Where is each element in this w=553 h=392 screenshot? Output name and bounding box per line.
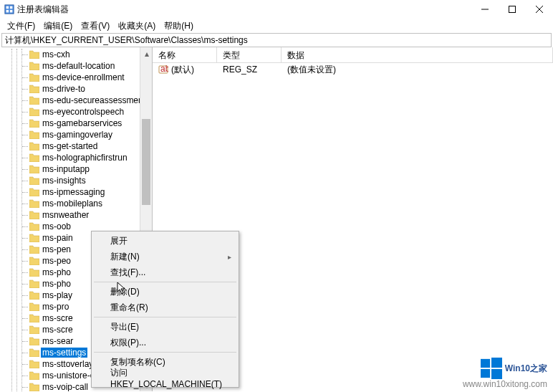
column-type[interactable]: 类型 [217,47,282,62]
svg-rect-1 [6,6,9,9]
tree-node[interactable]: ms-eyecontrolspeech [22,106,152,118]
minimize-button[interactable] [471,0,499,19]
tree-node-label: ms-voip-call [41,382,90,391]
string-value-icon: ab [158,64,168,75]
tree-node-label: ms-get-started [41,141,99,151]
context-menu-item[interactable]: 查找(F)... [93,264,237,280]
tree-node[interactable]: ms-default-location [22,60,152,72]
context-menu-item[interactable]: 访问 HKEY_LOCAL_MACHINE(T) [93,370,237,386]
tree-node-label: ms-eyecontrolspeech [41,107,125,117]
context-separator [94,352,236,353]
context-item-label: 访问 HKEY_LOCAL_MACHINE(T) [110,367,237,389]
folder-icon [29,153,39,162]
svg-rect-6 [509,6,516,13]
tree-node[interactable]: ms-gamebarservices [22,118,152,129]
tree-node-label: ms-pain [41,233,74,243]
tree-node-label: ms-insights [41,176,87,186]
tree-node-label: ms-gamebarservices [41,118,123,128]
values-header: 名称 类型 数据 [153,47,553,63]
context-menu-item[interactable]: 新建(N) [93,249,237,264]
tree-node-label: ms-gamingoverlay [41,130,114,140]
tree-node[interactable]: ms-edu-secureassessment [22,95,152,106]
tree-node[interactable]: ms-get-started [22,140,152,152]
folder-icon [29,96,39,105]
tree-node[interactable]: ms-gamingoverlay [22,129,152,140]
tree-node-label: ms-pho [41,279,72,289]
tree-node-label: ms-inputapp [41,164,91,174]
context-item-label: 权限(P)... [110,337,146,349]
folder-icon [29,257,39,265]
context-separator [94,317,236,317]
context-item-label: 展开 [110,235,128,247]
tree-node[interactable]: ms-drive-to [22,83,152,95]
windows-logo-icon [481,358,502,379]
folder-icon [29,188,39,196]
value-type: REG_SZ [217,64,282,75]
column-name[interactable]: 名称 [153,47,217,62]
close-button[interactable] [526,0,553,19]
svg-rect-13 [481,369,490,378]
folder-icon [29,314,39,322]
tree-node-label: ms-sear [41,336,74,346]
tree-node[interactable]: ms-inputapp [22,163,152,175]
maximize-button[interactable] [499,0,526,19]
folder-icon [29,119,39,128]
menu-help[interactable]: 帮助(H) [160,19,198,34]
tree-node-label: ms-peo [41,256,72,266]
tree-node[interactable]: ms-cxh [22,49,152,60]
tree-node[interactable]: msnweather [22,209,152,221]
tree-node-label: ms-mobileplans [41,199,104,209]
folder-icon [29,211,39,219]
title-bar: 注册表编辑器 [0,0,553,19]
column-data[interactable]: 数据 [282,47,553,62]
tree-node[interactable]: ms-ipmessaging [22,186,152,198]
folder-icon [29,199,39,208]
tree-node-label: ms-pen [41,244,72,254]
tree-node-label: ms-edu-secureassessment [41,95,147,105]
svg-rect-2 [10,6,13,9]
folder-icon [29,279,39,288]
tree-node-label: ms-scre [41,325,74,335]
folder-icon [29,268,39,277]
tree-node-label: ms-pro [41,302,70,312]
watermark: Win10之家 www.win10xitong.com [463,358,547,389]
context-menu-item[interactable]: 展开 [93,233,237,249]
value-data: (数值未设置) [282,64,553,76]
svg-rect-3 [6,10,9,13]
menu-bar: 文件(F) 编辑(E) 查看(V) 收藏夹(A) 帮助(H) [0,19,553,33]
folder-icon [29,85,39,93]
folder-icon [29,62,39,70]
tree-node[interactable]: ms-mobileplans [22,198,152,209]
context-menu-item[interactable]: 删除(D) [93,284,237,300]
watermark-brand: Win10之家 [505,363,547,375]
scroll-thumb[interactable] [142,119,150,205]
context-item-label: 导出(E) [110,321,139,333]
value-row[interactable]: ab (默认) REG_SZ (数值未设置) [153,63,553,76]
tree-node[interactable]: ms-insights [22,175,152,186]
menu-edit[interactable]: 编辑(E) [39,19,77,34]
folder-icon [29,142,39,150]
folder-icon [29,360,39,368]
context-item-label: 新建(N) [110,251,140,263]
folder-icon [29,222,39,231]
address-bar[interactable]: 计算机\HKEY_CURRENT_USER\Software\Classes\m… [1,33,552,47]
menu-file[interactable]: 文件(F) [3,19,39,34]
context-menu: 展开新建(N)查找(F)...删除(D)重命名(R)导出(E)权限(P)...复… [91,231,239,388]
folder-icon [29,234,39,242]
folder-icon [29,130,39,139]
folder-icon [29,383,39,391]
tree-node-label: ms-ipmessaging [41,187,106,197]
tree-node-label: ms-oob [41,221,72,231]
tree-node[interactable]: ms-device-enrollment [22,72,152,83]
menu-view[interactable]: 查看(V) [77,19,114,34]
scroll-up-icon[interactable]: ▴ [140,47,153,59]
context-menu-item[interactable]: 权限(P)... [93,335,237,350]
context-menu-item[interactable]: 导出(E) [93,319,237,335]
tree-node-label: ms-sttoverlay [41,359,95,369]
svg-rect-11 [481,359,490,368]
menu-favorites[interactable]: 收藏夹(A) [114,19,160,34]
value-name: (默认) [171,64,194,76]
tree-node-label: ms-play [41,290,74,300]
tree-node[interactable]: ms-holographicfirstrun [22,152,152,163]
context-menu-item[interactable]: 重命名(R) [93,300,237,315]
